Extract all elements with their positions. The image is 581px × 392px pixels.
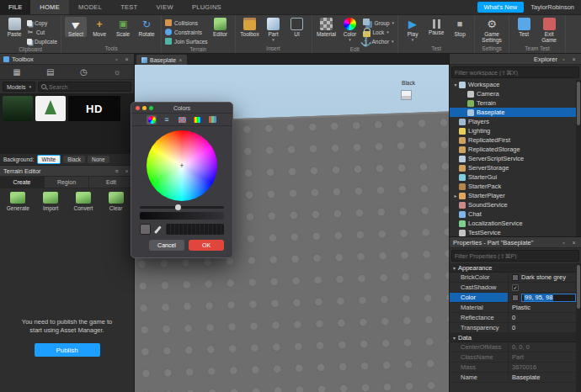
tab-plugins[interactable]: PLUGINS [183,0,231,14]
current-color-well[interactable] [140,224,151,235]
move-tool-button[interactable]: + Move [88,17,110,37]
tree-item-starterpack[interactable]: StarterPack [450,182,581,191]
tab-view[interactable]: VIEW [147,0,183,14]
brightness-slider[interactable] [140,206,224,209]
cancel-button[interactable]: Cancel [149,240,184,251]
ok-button[interactable]: OK [189,240,224,251]
close-tab-icon[interactable]: × [179,57,182,63]
properties-filter[interactable] [451,250,579,262]
explorer-filter[interactable] [451,66,579,78]
property-row-reflectance[interactable]: Reflectance 0 [450,313,581,323]
scale-tool-button[interactable]: ▣ Scale [112,17,134,37]
filter-properties-input[interactable] [455,253,576,259]
select-tool-button[interactable]: ▶ Select [65,17,87,37]
generate-button[interactable]: Generate [3,192,33,225]
tree-item-testservice[interactable]: TestService [450,228,581,236]
tab-test[interactable]: TEST [111,0,147,14]
swatch-drawer[interactable] [140,212,224,220]
game-settings-button[interactable]: ⚙ Game Settings [478,17,505,43]
sliders-mode-icon[interactable]: ≡ [162,115,172,124]
recent-icon[interactable]: ◷ [75,67,92,77]
category-dropdown[interactable]: Models ▾ [3,82,35,92]
chevron-down-icon[interactable]: ▾ [452,82,459,87]
property-row-transparency[interactable]: Transparency 0 [450,323,581,333]
menu-icon[interactable]: ≡ [113,168,120,174]
property-row-brickcolor[interactable]: BrickColor Dark stone grey [450,273,581,283]
chevron-right-icon[interactable]: ▸ [452,193,459,199]
background-white-button[interactable]: White [37,155,61,164]
property-row-color[interactable]: Color 99, 95, 98 [450,293,581,303]
tree-item-serverscriptservice[interactable]: ServerScriptService [450,154,581,163]
tab-home[interactable]: HOME [30,0,69,14]
tree-item-replicatedstorage[interactable]: ReplicatedStorage [450,145,581,154]
lock-button[interactable]: Lock▾ [363,28,395,36]
whats-new-button[interactable]: What's New [477,2,525,13]
pause-button[interactable]: Pause [425,17,447,35]
swatch-grid[interactable] [166,224,224,235]
group-button[interactable]: Group▾ [363,19,395,27]
eyedropper-icon[interactable] [154,225,163,235]
wheel-mode-icon[interactable] [147,115,157,124]
tree-item-localizationservice[interactable]: LocalizationService [450,219,581,228]
close-icon[interactable]: × [570,240,578,246]
tree-item-baseplate[interactable]: Baseplate [450,108,581,117]
close-icon[interactable]: × [123,56,131,62]
spectrum-mode-icon[interactable] [192,115,202,124]
convert-button[interactable]: Convert [69,192,99,225]
popout-icon[interactable]: ▫ [560,240,568,246]
filter-workspace-input[interactable] [455,70,576,76]
property-row-name[interactable]: Name Baseplate [450,373,581,383]
property-row-material[interactable]: Material Plastic [450,303,581,313]
clear-button[interactable]: Clear [101,192,131,225]
palette-mode-icon[interactable] [177,115,187,124]
tab-create[interactable]: Create [0,177,45,188]
close-icon[interactable]: × [123,168,131,174]
background-black-button[interactable]: Black [63,156,85,163]
popout-icon[interactable]: ▫ [113,56,120,62]
tree-item-soundservice[interactable]: SoundService [450,200,581,209]
color-wheel[interactable]: + [147,130,217,201]
slider-thumb[interactable] [175,204,181,210]
file-menu-button[interactable]: FILE [0,0,30,14]
tree-item-lighting[interactable]: Lighting [450,126,581,135]
inventory-icon[interactable]: ▤ [42,67,59,77]
brickcolor-swatch[interactable] [512,274,519,281]
copy-button[interactable]: Copy [27,19,57,27]
part-3d[interactable] [401,90,412,100]
castshadow-checkbox[interactable]: ✓ [512,284,519,291]
marketplace-icon[interactable]: ▦ [8,67,25,77]
color-button[interactable]: Color ▾ [339,17,361,43]
asset-thumbnail-hd[interactable]: HD [68,96,120,121]
creations-icon[interactable]: ☼ [109,67,125,77]
search-input[interactable] [49,84,128,90]
scrollbar-thumb[interactable] [577,82,580,125]
import-button[interactable]: Import [36,192,66,225]
play-button[interactable]: ▶ Play ▾ [402,17,424,43]
tree-item-replicatedfirst[interactable]: ReplicatedFirst [450,135,581,145]
stop-button[interactable]: ■ Stop [449,17,471,37]
tab-model[interactable]: MODEL [69,0,111,14]
tab-baseplate[interactable]: Baseplate × [136,55,187,65]
colors-dialog-titlebar[interactable]: Colors [131,103,232,114]
explorer-scrollbar[interactable] [576,80,581,236]
tree-item-starterplayer[interactable]: ▸StarterPlayer [450,191,581,200]
exit-game-button[interactable]: Exit Game [536,17,562,43]
ui-button[interactable]: UI [286,17,308,37]
team-test-button[interactable]: Test [513,17,535,37]
tree-item-chat[interactable]: Chat [450,209,581,219]
duplicate-button[interactable]: Duplicate [27,37,57,45]
section-appearance[interactable]: ▾ Appearance [450,263,581,273]
tree-item-terrain[interactable]: Terrain [450,98,581,108]
publish-button[interactable]: Publish [35,343,100,357]
popout-icon[interactable]: ▫ [560,56,568,62]
paste-button[interactable]: Paste [3,17,25,37]
toolbox-search[interactable] [38,82,131,92]
scrollbar-thumb[interactable] [577,265,580,309]
part-button[interactable]: Part ▾ [263,17,285,43]
tab-region[interactable]: Region [45,177,89,188]
tree-item-workspace[interactable]: ▾Workspace [450,80,581,89]
color-swatch[interactable] [512,294,519,301]
terrain-editor-button[interactable]: Editor [210,17,232,37]
join-surfaces-button[interactable]: Join Surfaces [165,37,207,45]
asset-thumbnail-forest[interactable] [3,96,33,121]
